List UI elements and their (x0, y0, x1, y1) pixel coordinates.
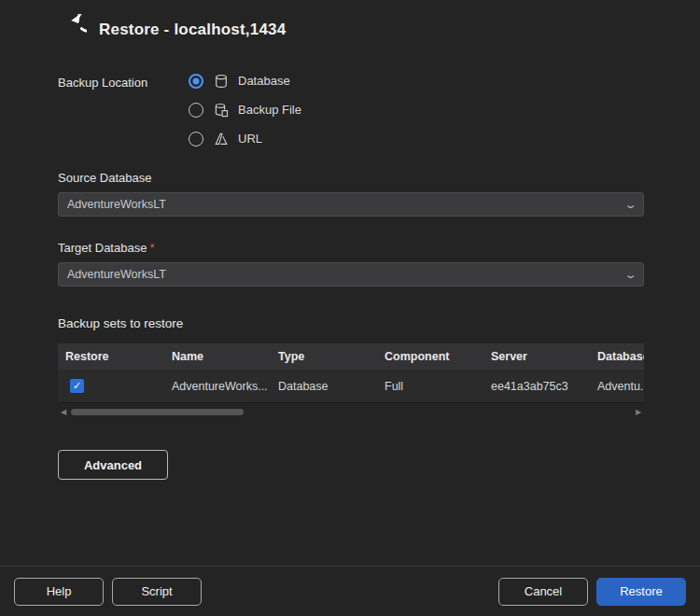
scrollbar-thumb[interactable] (71, 409, 244, 415)
database-icon (213, 73, 229, 89)
url-icon (213, 131, 229, 147)
restore-button[interactable]: Restore (596, 578, 686, 606)
restore-dialog: Restore - localhost,1434 Backup Location… (0, 0, 700, 616)
dropdown-selected-value: AdventureWorksLT (67, 268, 166, 281)
restore-checkbox[interactable]: ✓ (70, 379, 84, 393)
radio-button-icon[interactable] (189, 74, 203, 89)
required-asterisk: * (149, 241, 154, 255)
help-button[interactable]: Help (14, 578, 104, 606)
dropdown-selected-value: AdventureWorksLT (67, 198, 166, 211)
type-cell: Database (271, 380, 377, 393)
column-header-database[interactable]: Database (590, 350, 644, 363)
scroll-left-arrow-icon[interactable]: ◀ (58, 408, 69, 416)
chevron-down-icon: ⌄ (623, 199, 637, 211)
column-header-component[interactable]: Component (377, 350, 483, 363)
source-database-field: Source Database AdventureWorksLT ⌄ (58, 171, 644, 217)
backup-sets-label: Backup sets to restore (58, 316, 644, 330)
database-cell: Adventu... (590, 380, 644, 393)
dialog-content: Backup Location Database (0, 52, 700, 566)
chevron-down-icon: ⌄ (623, 269, 637, 281)
backup-location-radio-group: Database Backup File (189, 73, 301, 147)
advanced-button[interactable]: Advanced (58, 450, 168, 480)
column-header-name[interactable]: Name (164, 350, 271, 363)
restore-icon (54, 13, 88, 47)
dialog-header: Restore - localhost,1434 (0, 0, 700, 52)
target-database-dropdown[interactable]: AdventureWorksLT ⌄ (58, 262, 644, 287)
table-row[interactable]: ✓ AdventureWorks... Database Full ee41a3… (58, 370, 644, 403)
source-database-dropdown[interactable]: AdventureWorksLT ⌄ (58, 192, 644, 217)
radio-option-backup-file[interactable]: Backup File (189, 102, 301, 118)
dialog-footer: Help Script Cancel Restore (0, 566, 700, 616)
table-header-row: Restore Name Type Component Server Datab… (58, 343, 644, 370)
column-header-restore[interactable]: Restore (58, 350, 164, 363)
server-cell: ee41a3ab75c3 (483, 380, 590, 393)
radio-option-label: Backup File (238, 103, 301, 117)
scroll-right-arrow-icon[interactable]: ▶ (633, 408, 644, 416)
target-database-field: Target Database* AdventureWorksLT ⌄ (58, 241, 644, 287)
restore-cell: ✓ (58, 379, 164, 393)
column-header-server[interactable]: Server (483, 350, 590, 363)
script-button[interactable]: Script (112, 578, 202, 606)
component-cell: Full (377, 380, 483, 393)
radio-option-database[interactable]: Database (189, 73, 301, 89)
radio-option-label: URL (238, 132, 262, 146)
target-database-label: Target Database* (58, 241, 644, 255)
backup-sets-table: Restore Name Type Component Server Datab… (58, 343, 644, 418)
dialog-title: Restore - localhost,1434 (99, 21, 286, 39)
name-cell: AdventureWorks... (164, 380, 271, 393)
radio-button-icon[interactable] (189, 132, 203, 147)
source-database-label: Source Database (58, 171, 644, 185)
cancel-button[interactable]: Cancel (498, 578, 588, 606)
scrollbar-track[interactable] (69, 408, 633, 416)
backup-location-section: Backup Location Database (58, 73, 644, 147)
radio-button-icon[interactable] (189, 103, 203, 118)
radio-option-url[interactable]: URL (189, 131, 301, 147)
target-database-label-text: Target Database (58, 241, 147, 255)
radio-option-label: Database (238, 74, 290, 88)
backup-location-label: Backup Location (58, 73, 189, 147)
column-header-type[interactable]: Type (271, 350, 377, 363)
backup-file-icon (213, 102, 229, 118)
horizontal-scrollbar[interactable]: ◀ ▶ (58, 405, 644, 418)
